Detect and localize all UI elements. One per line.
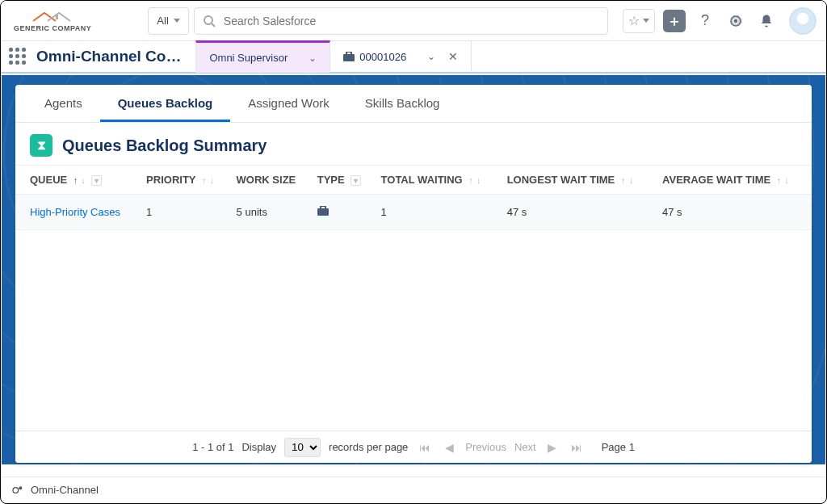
help-icon: ? — [701, 12, 709, 29]
sub-tab-bar: Agents Queues Backlog Assigned Work Skil… — [15, 85, 812, 123]
next-button[interactable]: Next — [514, 441, 536, 453]
search-input[interactable] — [224, 15, 599, 27]
sort-asc-icon[interactable]: ↑ — [73, 175, 78, 185]
first-page-icon[interactable]: ⏮ — [416, 441, 434, 454]
sort-asc-icon[interactable]: ↑ — [621, 175, 626, 185]
page-indicator: Page 1 — [602, 441, 635, 453]
global-header: GENERIC COMPANY All ☆ ＋ ? — [1, 1, 826, 41]
bell-icon — [759, 14, 774, 28]
sort-desc-icon[interactable]: ↓ — [476, 175, 481, 185]
queue-link[interactable]: High-Priority Cases — [30, 206, 120, 218]
sort-asc-icon[interactable]: ↑ — [202, 175, 207, 185]
svg-rect-6 — [346, 52, 351, 55]
utility-bar: Omni-Channel — [2, 477, 825, 502]
help-button[interactable]: ? — [694, 10, 716, 32]
cell-type — [311, 195, 375, 230]
notifications-button[interactable] — [755, 10, 778, 32]
workspace-tab-omni-supervisor[interactable]: Omni Supervisor ⌄ — [195, 40, 330, 73]
previous-button[interactable]: Previous — [465, 441, 506, 453]
svg-point-10 — [19, 486, 22, 489]
chevron-down-icon — [643, 19, 649, 23]
table-row: High-Priority Cases 1 5 units 1 47 s 47 … — [15, 195, 812, 230]
col-total-waiting[interactable]: TOTAL WAITING ↑↓ — [375, 166, 501, 195]
range-text: 1 - 1 of 1 — [192, 441, 233, 453]
queues-table: QUEUE ↑↓ ▾ PRIORITY ↑↓ WORK SIZE TYPE ▾ … — [15, 165, 812, 230]
col-avg-wait[interactable]: AVERAGE WAIT TIME ↑↓ — [656, 166, 812, 195]
col-longest-wait[interactable]: LONGEST WAIT TIME ↑↓ — [501, 166, 656, 195]
col-work-size[interactable]: WORK SIZE — [230, 166, 311, 195]
cell-total-waiting: 1 — [375, 195, 501, 230]
sort-asc-icon[interactable]: ↑ — [777, 175, 782, 185]
svg-line-2 — [212, 23, 215, 27]
setup-button[interactable] — [724, 10, 747, 32]
column-menu-icon[interactable]: ▾ — [91, 175, 102, 186]
header-actions: ☆ ＋ ? — [623, 7, 817, 35]
workspace-tab-case[interactable]: 00001026 ⌄ ✕ — [330, 40, 472, 73]
svg-rect-0 — [56, 15, 58, 19]
chevron-down-icon — [174, 19, 180, 23]
gear-icon — [728, 14, 743, 28]
subtab-queues-backlog[interactable]: Queues Backlog — [100, 85, 231, 122]
user-avatar[interactable] — [789, 7, 817, 35]
cell-priority: 1 — [140, 195, 229, 230]
search-scope-picker[interactable]: All — [148, 7, 188, 35]
briefcase-icon — [317, 206, 329, 216]
svg-point-1 — [204, 16, 212, 24]
pagination-bar: 1 - 1 of 1 Display 10 records per page ⏮… — [15, 430, 812, 463]
global-search[interactable] — [194, 7, 608, 35]
sort-desc-icon[interactable]: ↓ — [81, 175, 86, 185]
svg-point-9 — [13, 487, 19, 493]
col-priority[interactable]: PRIORITY ↑↓ — [140, 166, 229, 195]
records-label: records per page — [329, 441, 408, 453]
svg-rect-8 — [321, 206, 325, 209]
cell-avg-wait: 47 s — [656, 195, 812, 230]
scope-label: All — [157, 15, 168, 27]
tab-label: 00001026 — [359, 51, 406, 63]
column-menu-icon[interactable]: ▾ — [351, 175, 361, 186]
logo-roof-icon — [30, 10, 75, 24]
hourglass-icon: ⧗ — [30, 134, 52, 157]
app-name: Omni-Channel Co… — [36, 48, 181, 65]
app-launcher-icon[interactable] — [9, 48, 27, 65]
close-tab-icon[interactable]: ✕ — [448, 50, 458, 63]
col-type[interactable]: TYPE ▾ — [311, 166, 375, 195]
main-content-card: Agents Queues Backlog Assigned Work Skil… — [15, 85, 812, 463]
cell-longest-wait: 47 s — [501, 195, 656, 230]
company-logo: GENERIC COMPANY — [14, 10, 91, 32]
briefcase-icon — [343, 52, 355, 61]
col-queue[interactable]: QUEUE ↑↓ ▾ — [15, 166, 140, 195]
display-label: Display — [241, 441, 276, 453]
subtab-assigned-work[interactable]: Assigned Work — [230, 85, 347, 122]
favorites-dropdown[interactable]: ☆ — [623, 9, 655, 33]
sort-desc-icon[interactable]: ↓ — [209, 175, 214, 185]
cell-work-size: 5 units — [230, 195, 311, 230]
logo-text: GENERIC COMPANY — [14, 24, 91, 32]
last-page-icon[interactable]: ⏭ — [568, 441, 586, 454]
sort-desc-icon[interactable]: ↓ — [784, 175, 789, 185]
omni-channel-icon — [11, 484, 24, 497]
tab-label: Omni Supervisor — [209, 52, 288, 64]
chevron-down-icon[interactable]: ⌄ — [427, 51, 435, 62]
star-icon: ☆ — [628, 13, 640, 28]
title-row: ⧗ Queues Backlog Summary — [15, 123, 812, 165]
global-create-button[interactable]: ＋ — [663, 10, 686, 32]
page-title: Queues Backlog Summary — [62, 136, 267, 155]
sort-desc-icon[interactable]: ↓ — [628, 175, 633, 185]
chevron-down-icon[interactable]: ⌄ — [309, 52, 317, 64]
sort-asc-icon[interactable]: ↑ — [468, 175, 473, 185]
next-page-icon[interactable]: ▶ — [544, 441, 560, 454]
search-icon — [203, 15, 216, 27]
utility-label[interactable]: Omni-Channel — [31, 484, 99, 496]
table-header-row: QUEUE ↑↓ ▾ PRIORITY ↑↓ WORK SIZE TYPE ▾ … — [15, 166, 812, 195]
app-nav-bar: Omni-Channel Co… Omni Supervisor ⌄ 00001… — [1, 41, 826, 74]
prev-page-icon[interactable]: ◀ — [442, 441, 457, 454]
page-size-select[interactable]: 10 — [284, 438, 321, 457]
subtab-skills-backlog[interactable]: Skills Backlog — [347, 85, 458, 122]
subtab-agents[interactable]: Agents — [27, 85, 100, 122]
svg-point-4 — [734, 19, 738, 23]
